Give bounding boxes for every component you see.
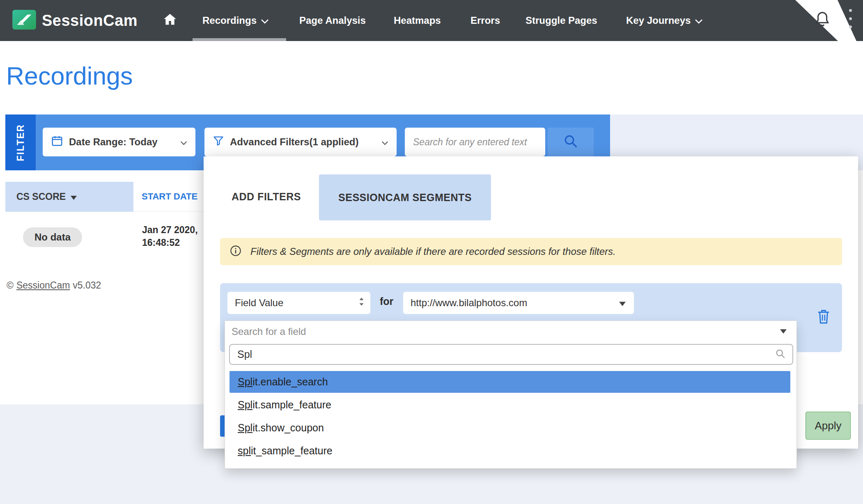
field-result-split-sample-feature-underscore[interactable]: split_sample_feature: [230, 440, 790, 462]
start-date-line1: Jan 27 2020,: [142, 224, 198, 236]
brand[interactable]: SessionCam: [12, 10, 138, 31]
advanced-filters-button[interactable]: Advanced Filters(1 applied): [204, 128, 397, 156]
nav-item-label: Struggle Pages: [526, 15, 597, 26]
field-result-split-show-coupon[interactable]: Split.show_coupon: [230, 417, 790, 439]
search-icon: [775, 348, 786, 361]
cs-score-header-label: CS SCORE: [16, 191, 66, 202]
version-label: v5.032: [73, 280, 101, 291]
nav-item-key-journeys[interactable]: Key Journeys: [626, 0, 703, 41]
match-text: Spl: [238, 422, 252, 434]
tab-sessioncam-segments[interactable]: SESSIONCAM SEGMENTS: [319, 174, 491, 220]
date-range-label: Date Range: Today: [69, 136, 158, 148]
site-select[interactable]: http://www.bilalphotos.com: [403, 292, 634, 314]
date-range-button[interactable]: Date Range: Today: [43, 128, 195, 156]
filter-tab-label: FILTER: [15, 124, 26, 161]
for-label: for: [380, 296, 393, 307]
tab-add-filters[interactable]: ADD FILTERS: [230, 187, 303, 207]
copyright-symbol: ©: [7, 280, 14, 291]
nav-item-home[interactable]: [163, 13, 177, 27]
nav-item-heatmaps[interactable]: Heatmaps: [394, 0, 441, 41]
chevron-down-icon: [180, 136, 187, 148]
column-header-start-date[interactable]: START DATE: [133, 182, 204, 212]
advanced-filters-label: Advanced Filters(1 applied): [230, 136, 358, 148]
rest-text: it.enable_search: [252, 376, 328, 388]
start-date-line2: 16:48:52: [142, 236, 198, 249]
search-button[interactable]: [548, 128, 594, 156]
sort-descending-icon: [71, 191, 77, 202]
rest-text: it_sample_feature: [251, 445, 333, 457]
search-icon: [563, 134, 578, 150]
match-text: Spl: [238, 376, 252, 388]
match-text: spl: [238, 445, 251, 457]
info-icon: [230, 245, 241, 258]
delete-filter-icon[interactable]: [817, 309, 830, 326]
field-search-combobox[interactable]: Search for a field: [225, 321, 796, 342]
funnel-filter-icon: [213, 135, 224, 149]
field-result-split-enable-search[interactable]: Split.enable_search: [230, 371, 790, 393]
nav-item-struggle-pages[interactable]: Struggle Pages: [526, 0, 597, 41]
cs-score-badge: No data: [23, 227, 82, 247]
nav-item-label: Recordings: [202, 15, 257, 26]
table-row[interactable]: No data Jan 27 2020, 16:48:52: [5, 220, 204, 254]
start-date-cell: Jan 27 2020, 16:48:52: [142, 224, 198, 249]
version-footer: © SessionCam v5.032: [7, 280, 101, 291]
field-search-box: [229, 344, 793, 365]
column-header-cs-score[interactable]: CS SCORE: [5, 182, 133, 212]
active-tab-indicator: [193, 38, 286, 41]
chevron-down-icon: [381, 136, 388, 148]
filter-type-select[interactable]: Field Value: [227, 292, 370, 314]
caret-down-icon: [780, 328, 787, 335]
filter-vertical-tab[interactable]: FILTER: [5, 115, 36, 170]
apply-button[interactable]: Apply: [806, 412, 851, 440]
nav-item-label: Page Analysis: [299, 15, 366, 26]
nav-item-label: Key Journeys: [626, 15, 691, 26]
sessioncam-logo-icon: [12, 10, 36, 31]
nav-item-label: Heatmaps: [394, 15, 441, 26]
field-result-split-sample-feature[interactable]: Split.sample_feature: [230, 394, 790, 416]
field-search-dropdown: Search for a field Split.enable_search S…: [225, 321, 797, 469]
filter-type-value: Field Value: [235, 297, 283, 309]
segments-notice-banner: Filters & Segments are only available if…: [220, 238, 842, 265]
notifications-bell-icon[interactable]: [815, 11, 830, 30]
site-select-value: http://www.bilalphotos.com: [411, 297, 527, 309]
brand-name: SessionCam: [42, 12, 138, 30]
caret-down-icon: [619, 297, 626, 309]
field-search-placeholder: Search for a field: [232, 326, 306, 337]
nav-item-recordings[interactable]: Recordings: [202, 0, 269, 41]
rest-text: it.sample_feature: [252, 399, 331, 411]
rest-text: it.show_coupon: [252, 422, 324, 434]
start-date-header-label: START DATE: [142, 191, 197, 202]
text-search-input[interactable]: [405, 128, 545, 156]
nav-item-errors[interactable]: Errors: [471, 0, 500, 41]
top-nav: SessionCam Recordings Page Analysis Heat…: [0, 0, 863, 41]
field-search-input[interactable]: [237, 348, 775, 360]
up-down-arrows-icon: [358, 297, 365, 309]
chevron-down-icon: [695, 15, 703, 26]
sessioncam-link[interactable]: SessionCam: [16, 280, 70, 291]
kebab-menu-icon[interactable]: [849, 9, 852, 28]
nav-item-page-analysis[interactable]: Page Analysis: [299, 0, 366, 41]
page-title: Recordings: [6, 62, 133, 90]
home-icon: [163, 20, 177, 27]
match-text: Spl: [238, 399, 252, 411]
nav-item-label: Errors: [471, 15, 500, 26]
text-search-field[interactable]: [405, 128, 545, 156]
notice-text: Filters & Segments are only available if…: [250, 246, 616, 257]
chevron-down-icon: [261, 15, 269, 26]
calendar-icon: [51, 135, 63, 149]
